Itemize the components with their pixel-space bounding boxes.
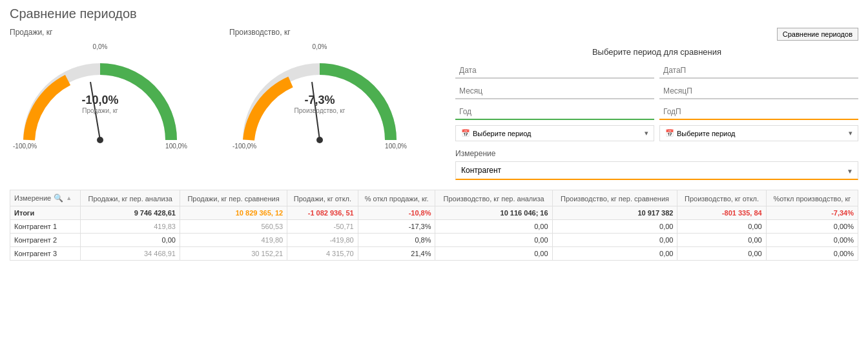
field-group-year	[455, 105, 654, 120]
row2-sales-analysis: 34 468,91	[81, 247, 180, 261]
right-panel: Сравнение периодов Выберите период для с…	[436, 28, 858, 180]
row0-prod-analysis: 0,00	[435, 220, 552, 234]
svg-point-1	[97, 137, 103, 143]
svg-point-3	[316, 137, 323, 143]
table-section: Измерение 🔍 ▲ Продажи, кг пер. анализа П…	[10, 190, 858, 261]
row1-prod-compare: 0,00	[552, 234, 677, 247]
total-sales-compare: 10 829 365, 12	[180, 206, 287, 220]
total-row: Итоги 9 746 428,61 10 829 365, 12 -1 082…	[10, 206, 858, 220]
calendar-icon-1: 📅	[461, 129, 470, 137]
row0-sales-analysis: 419,83	[81, 220, 180, 234]
row1-sales-pct: 0,8%	[358, 234, 435, 247]
chart-block-prod: Производство, кг 0,0% -7,3% Производство…	[229, 28, 436, 180]
field-group-datep	[659, 63, 858, 79]
total-prod-pct: -7,34%	[766, 206, 858, 220]
table-row: Контрагент 3 34 468,91 30 152,21 4 315,7…	[10, 247, 858, 261]
row2-measure: Контрагент 3	[10, 247, 81, 261]
gauge-sales-top: 0,0%	[93, 43, 108, 50]
period-title: Выберите период для сравнения	[455, 44, 858, 57]
row2-sales-pct: 21,4%	[358, 247, 435, 261]
row0-prod-pct: 0,00%	[766, 220, 858, 234]
total-prod-compare: 10 917 382	[552, 206, 677, 220]
top-section: Продажи, кг 0,0% -1	[10, 28, 858, 180]
total-prod-analysis: 10 116 046; 16	[435, 206, 552, 220]
row0-measure: Контрагент 1	[10, 220, 81, 234]
gauge-prod-center: -7,3% Производство, кг	[294, 94, 346, 114]
row0-prod-compare: 0,00	[552, 220, 677, 234]
chart-block-sales: Продажи, кг 0,0% -1	[10, 28, 216, 180]
measure-label: Измерение	[455, 149, 858, 158]
gauge-prod-sublabel: Производство, кг	[294, 107, 346, 114]
col-measure: Измерение 🔍 ▲	[10, 190, 81, 206]
row1-sales-analysis: 0,00	[81, 234, 180, 247]
gauge-sales-center: -10,0% Продажи, кг	[81, 94, 118, 114]
measure-wrapper: Контрагент	[455, 161, 858, 180]
table-row: Контрагент 1 419,83 560,53 -50,71 -17,3%…	[10, 220, 858, 234]
row1-sales-compare: 419,80	[180, 234, 287, 247]
sort-arrow-measure[interactable]: ▲	[66, 195, 72, 201]
col-sales-compare: Продажи, кг пер. сравнения	[180, 190, 287, 206]
row1-prod-analysis: 0,00	[435, 234, 552, 247]
period-select-btn-2[interactable]: 📅 Выберите период ▾	[659, 125, 858, 141]
col-prod-compare: Производство, кг пер. сравнения	[552, 190, 677, 206]
row0-sales-diff: -50,71	[287, 220, 358, 234]
page-title: Сравнение периодов	[10, 6, 858, 21]
gauge-prod-percent: -7,3%	[294, 94, 346, 107]
field-group-monthp	[659, 84, 858, 99]
row2-prod-analysis: 0,00	[435, 247, 552, 261]
row0-prod-diff: 0,00	[677, 220, 766, 234]
row2-sales-compare: 30 152,21	[180, 247, 287, 261]
gauge-sales: 0,0% -10,0% Продажи, кг -100,0% 100,0%	[10, 40, 191, 156]
measure-col-label: Измерение	[14, 194, 51, 202]
datep-input[interactable]	[659, 63, 858, 79]
row1-prod-pct: 0,00%	[766, 234, 858, 247]
row2-sales-diff: 4 315,70	[287, 247, 358, 261]
date-input[interactable]	[455, 63, 654, 79]
col-sales-analysis: Продажи, кг пер. анализа	[81, 190, 180, 206]
total-prod-diff: -801 335, 84	[677, 206, 766, 220]
total-measure: Итоги	[10, 206, 81, 220]
gauge-sales-max: 100,0%	[165, 143, 187, 150]
row0-sales-compare: 560,53	[180, 220, 287, 234]
row0-sales-pct: -17,3%	[358, 220, 435, 234]
yearp-input[interactable]	[659, 105, 858, 120]
col-prod-pct: %откл производство, кг	[766, 190, 858, 206]
col-prod-diff: Производство, кг откл.	[677, 190, 766, 206]
field-group-date	[455, 63, 654, 79]
dropdown-arrow-2: ▾	[849, 129, 852, 137]
row1-sales-diff: -419,80	[287, 234, 358, 247]
gauge-prod: 0,0% -7,3% Производство, кг -100,0% 100,…	[229, 40, 410, 156]
row2-prod-pct: 0,00%	[766, 247, 858, 261]
period-select-btn-1[interactable]: 📅 Выберите период ▾	[455, 125, 654, 141]
field-group-month	[455, 84, 654, 99]
measure-select[interactable]: Контрагент	[455, 161, 858, 180]
measure-header-cell: Измерение 🔍 ▲	[14, 194, 76, 203]
col-prod-analysis: Производство, кг пер. анализа	[435, 190, 552, 206]
row1-prod-diff: 0,00	[677, 234, 766, 247]
data-table: Измерение 🔍 ▲ Продажи, кг пер. анализа П…	[10, 190, 858, 261]
chart-label-sales: Продажи, кг	[10, 28, 216, 37]
period-select-label-2: Выберите период	[677, 130, 736, 137]
compare-button[interactable]: Сравнение периодов	[777, 28, 858, 41]
gauge-prod-max: 100,0%	[385, 143, 407, 150]
table-search-icon[interactable]: 🔍	[54, 194, 63, 203]
calendar-icon-2: 📅	[665, 129, 674, 137]
gauge-sales-min: -100,0%	[13, 143, 37, 150]
gauge-prod-min: -100,0%	[232, 143, 256, 150]
gauge-sales-percent: -10,0%	[81, 94, 118, 107]
gauge-sales-sublabel: Продажи, кг	[81, 107, 118, 114]
row2-prod-diff: 0,00	[677, 247, 766, 261]
col-sales-pct: % откл продажи, кг.	[358, 190, 435, 206]
page-container: Сравнение периодов Продажи, кг	[0, 0, 868, 340]
table-row: Контрагент 2 0,00 419,80 -419,80 0,8% 0,…	[10, 234, 858, 247]
field-group-yearp	[659, 105, 858, 120]
month-input[interactable]	[455, 84, 654, 99]
charts-area: Продажи, кг 0,0% -1	[10, 28, 436, 180]
table-header-row: Измерение 🔍 ▲ Продажи, кг пер. анализа П…	[10, 190, 858, 206]
monthp-input[interactable]	[659, 84, 858, 99]
col-sales-diff: Продажи, кг откл.	[287, 190, 358, 206]
gauge-prod-top: 0,0%	[313, 43, 327, 50]
chart-label-prod: Производство, кг	[229, 28, 436, 37]
row1-measure: Контрагент 2	[10, 234, 81, 247]
year-input[interactable]	[455, 105, 654, 120]
